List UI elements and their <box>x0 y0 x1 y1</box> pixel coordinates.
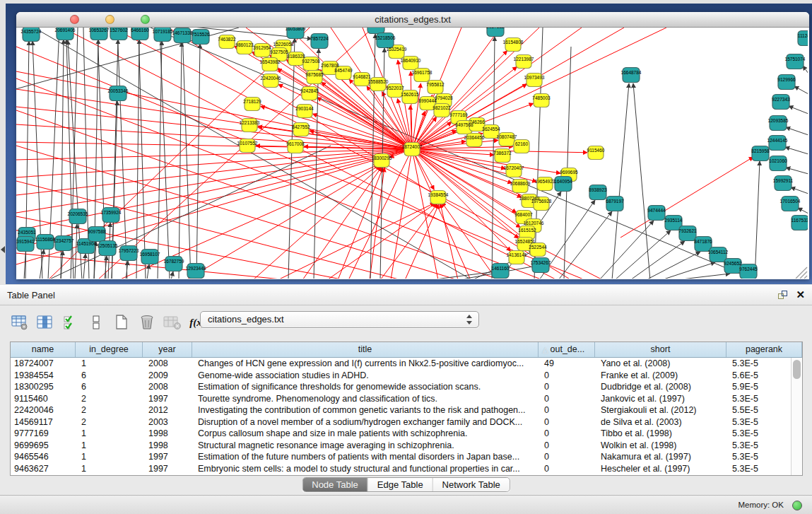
black-edge <box>40 250 44 279</box>
table-row[interactable]: 1456911722003Disruption of a novel membe… <box>11 416 791 428</box>
network-node-label: 2935114 <box>665 218 683 223</box>
network-node-label: 17016504 <box>780 199 801 204</box>
network-node-label: 2522544 <box>529 245 547 250</box>
close-panel-icon[interactable]: ✕ <box>796 288 805 301</box>
network-node-label: 9794028 <box>435 95 453 100</box>
table-cell: 0 <box>539 463 595 475</box>
network-node-label: 9129966 <box>777 77 796 82</box>
column-header-in-degree[interactable]: in_degree <box>76 342 143 357</box>
network-node-label: 10654112 <box>708 250 729 255</box>
network-node-label: 10688609 <box>510 181 531 186</box>
black-edge <box>791 187 808 194</box>
black-edge <box>786 168 808 174</box>
black-edge <box>48 146 331 279</box>
table-cell: 0 <box>539 370 595 382</box>
tab-network-table[interactable]: Network Table <box>433 478 510 491</box>
network-node-label: 1615152 <box>518 228 536 233</box>
network-node-label: 7857224 <box>310 36 329 41</box>
table-row[interactable]: 946362711997Embryonic stem cells: a mode… <box>11 463 791 475</box>
table-cell: 2012 <box>143 404 192 416</box>
table-cell: 9699695 <box>11 440 76 452</box>
network-node-label: 2967808 <box>321 63 339 68</box>
table-row[interactable]: 1830029562008Estimation of significance … <box>11 381 791 393</box>
network-node-label: 16154808 <box>503 40 524 45</box>
table-cell: Estimation of the future numbers of pati… <box>192 451 539 463</box>
network-node-label: 2718129 <box>243 99 261 104</box>
table-row[interactable]: 911546021997Tourette syndrome. Phenomeno… <box>11 393 791 405</box>
table-row[interactable]: 1872400712008Changes of HCN gene express… <box>11 358 791 370</box>
column-header-short[interactable]: short <box>595 342 726 357</box>
column-header-name[interactable]: name <box>11 342 76 357</box>
table-cell: Tourette syndrome. Phenomenology and cla… <box>192 393 539 405</box>
table-cell: 49 <box>539 358 595 370</box>
network-node-label: 9699695 <box>560 170 578 175</box>
network-canvas[interactable]: 1872400774638229860123391295415226058932… <box>16 28 808 279</box>
table-row[interactable]: 977716911998Corpus callosum shape and si… <box>11 428 791 440</box>
network-node-label: 19654923 <box>535 179 555 184</box>
table-cell: 0 <box>539 428 595 440</box>
network-node-label: 9474444 <box>647 208 666 213</box>
table-cell: 9777169 <box>11 428 76 440</box>
table-cell: Hescheler et al. (1997) <box>595 463 726 475</box>
network-node-label: 9245652 <box>724 261 742 266</box>
network-canvas-container: 1872400774638229860123391295415226058932… <box>16 28 808 279</box>
table-cell: 2 <box>76 393 143 405</box>
collapse-panel-arrow-icon[interactable] <box>1 246 5 253</box>
table-cell: Nakamura et al. (1997) <box>595 451 726 463</box>
delete-table-button[interactable] <box>137 313 156 332</box>
network-node-label: 16648784 <box>621 70 642 75</box>
network-node-label: 12505135 <box>98 243 118 248</box>
memory-status-indicator[interactable] <box>792 501 802 510</box>
network-window: citations_edges.txt 18724007746382298601… <box>16 12 809 279</box>
resize-grip[interactable] <box>796 267 807 279</box>
new-table-button[interactable] <box>112 313 131 332</box>
table-settings-button[interactable] <box>10 313 29 332</box>
table-row[interactable]: 969969511998Structural magnetic resonanc… <box>11 440 791 452</box>
network-window-titlebar[interactable]: citations_edges.txt <box>16 12 809 28</box>
vertical-scrollbar[interactable] <box>791 358 802 475</box>
table-cell: 19384554 <box>11 370 76 382</box>
red-edge <box>317 98 412 149</box>
network-node-label: 8471876 <box>694 239 712 244</box>
black-edge <box>147 264 149 279</box>
network-node-label: 12444145 <box>767 138 788 143</box>
select-all-rows-button[interactable] <box>61 313 80 332</box>
network-node-label: 18640910 <box>401 58 421 63</box>
table-row[interactable]: 2242004622012Investigating the contribut… <box>11 404 791 416</box>
red-edge <box>186 165 379 279</box>
table-row[interactable]: 946554611997Estimation of the future num… <box>11 451 791 463</box>
column-header-pagerank[interactable]: pagerank <box>726 342 802 357</box>
row-height-button[interactable] <box>86 313 105 332</box>
application-window: citations_edges.txt 18724007746382298601… <box>0 0 812 514</box>
network-node-label: 7386372 <box>493 151 512 156</box>
table-cell: 1997 <box>143 451 192 463</box>
float-panel-icon[interactable] <box>778 291 788 300</box>
network-node-label: 1640954 <box>554 179 572 184</box>
tab-node-table[interactable]: Node Table <box>302 478 368 491</box>
table-panel-body: f(x) citations_edges.txt namein_degreeye… <box>0 305 812 495</box>
network-node-label: 1562615 <box>401 92 419 97</box>
table-panel-title: Table Panel <box>7 285 55 305</box>
scrollbar-thumb[interactable] <box>793 360 801 379</box>
table-row[interactable]: 1938455462009Genome-wide association stu… <box>11 370 791 382</box>
column-header-year[interactable]: year <box>143 342 192 357</box>
table-cell: 9465546 <box>11 451 76 463</box>
network-node-label: 15588520 <box>368 79 389 84</box>
column-visibility-button[interactable] <box>35 313 54 332</box>
black-edge <box>182 28 191 279</box>
network-node-label: 20053346 <box>108 88 129 93</box>
network-node-label: 18300295 <box>372 156 392 160</box>
black-edge <box>558 211 612 279</box>
tab-edge-table[interactable]: Edge Table <box>368 478 433 491</box>
column-header-title[interactable]: title <box>192 342 539 357</box>
column-header-out-de-[interactable]: △ out_de... <box>539 342 595 357</box>
table-selector-dropdown[interactable]: citations_edges.txt <box>200 311 479 328</box>
network-node-label: 8990444 <box>418 98 437 103</box>
network-node-label: 14671338 <box>172 30 193 35</box>
network-node-label: 12213383 <box>240 120 260 125</box>
network-node-label: 22420046 <box>261 76 281 81</box>
network-node-label: 8454749 <box>334 68 353 73</box>
black-edge <box>798 208 808 214</box>
memory-status-label: Memory: OK <box>738 496 784 514</box>
black-edge <box>786 127 808 135</box>
